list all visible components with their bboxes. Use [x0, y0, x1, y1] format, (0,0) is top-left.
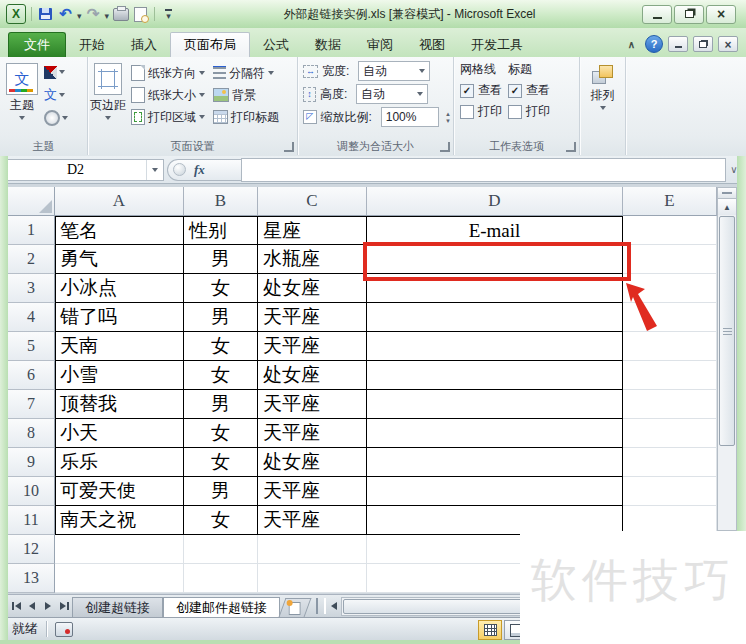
minimize-button[interactable] [642, 5, 672, 24]
cell-e10[interactable] [623, 477, 717, 506]
cell-b12[interactable] [184, 535, 258, 564]
tab-page-layout[interactable]: 页面布局 [170, 32, 250, 57]
scale-spinner[interactable] [445, 111, 451, 124]
cell-c10[interactable]: 天平座 [258, 477, 367, 506]
cell-e8[interactable] [623, 419, 717, 448]
themes-button[interactable]: 主题 [6, 60, 38, 139]
tab-split-handle[interactable] [316, 598, 326, 614]
cell-c8[interactable]: 天平座 [258, 419, 367, 448]
cell-c12[interactable] [258, 535, 367, 564]
cell-d9[interactable] [367, 448, 623, 477]
print-button[interactable] [112, 6, 129, 23]
collapse-ribbon-icon[interactable] [623, 37, 640, 52]
cell-a3[interactable]: 小冰点 [55, 274, 184, 303]
row-header[interactable]: 3 [8, 274, 55, 303]
formula-input[interactable] [241, 158, 726, 182]
width-dropdown[interactable]: 自动 [358, 61, 430, 81]
name-box[interactable]: D2 [4, 159, 164, 181]
tab-data[interactable]: 数据 [302, 33, 354, 57]
breaks-button[interactable]: 分隔符 [210, 62, 282, 84]
column-header-b[interactable]: B [184, 187, 258, 216]
row-header[interactable]: 12 [8, 535, 55, 564]
scrollbar-split-handle[interactable] [718, 188, 736, 199]
name-box-dropdown-icon[interactable] [146, 160, 163, 180]
qat-customize-icon[interactable] [160, 6, 177, 23]
select-all-corner[interactable] [8, 187, 55, 216]
cell-c13[interactable] [258, 564, 367, 593]
scrollbar-thumb[interactable] [719, 216, 735, 446]
row-header[interactable]: 4 [8, 303, 55, 332]
workbook-restore-button[interactable] [693, 36, 713, 52]
theme-effects-button[interactable] [42, 108, 70, 128]
cell-b5[interactable]: 女 [184, 332, 258, 361]
cell-e1[interactable] [623, 216, 717, 245]
cell-c11[interactable]: 天平座 [258, 506, 367, 535]
cell-a6[interactable]: 小雪 [55, 361, 184, 390]
column-header-a[interactable]: A [55, 187, 184, 216]
cell-e6[interactable] [623, 361, 717, 390]
row-header[interactable]: 9 [8, 448, 55, 477]
tab-review[interactable]: 审阅 [354, 33, 406, 57]
cell-b10[interactable]: 男 [184, 477, 258, 506]
workbook-close-button[interactable] [718, 36, 738, 52]
sheet-tab-create-mail-hyperlink[interactable]: 创建邮件超链接 [163, 597, 280, 618]
theme-colors-button[interactable] [42, 62, 70, 82]
cell-d7[interactable] [367, 390, 623, 419]
cell-c4[interactable]: 天平座 [258, 303, 367, 332]
column-header-d[interactable]: D [367, 187, 623, 216]
cell-d6[interactable] [367, 361, 623, 390]
cell-b9[interactable]: 女 [184, 448, 258, 477]
cell-a8[interactable]: 小天 [55, 419, 184, 448]
cell-a7[interactable]: 顶替我 [55, 390, 184, 419]
background-button[interactable]: 背景 [210, 84, 282, 106]
cell-e9[interactable] [623, 448, 717, 477]
sheet-nav-next-icon[interactable] [40, 598, 56, 614]
undo-dropdown-icon[interactable] [77, 5, 82, 23]
tab-formulas[interactable]: 公式 [250, 33, 302, 57]
tab-developer[interactable]: 开发工具 [458, 33, 536, 57]
scrollbar-up-icon[interactable] [718, 199, 736, 215]
vertical-scrollbar[interactable] [717, 187, 737, 531]
cell-b13[interactable] [184, 564, 258, 593]
cell-d5[interactable] [367, 332, 623, 361]
column-header-e[interactable]: E [623, 187, 717, 216]
cell-c9[interactable]: 处女座 [258, 448, 367, 477]
row-header[interactable]: 6 [8, 361, 55, 390]
save-button[interactable] [37, 6, 54, 23]
cell-a9[interactable]: 乐乐 [55, 448, 184, 477]
print-preview-button[interactable] [132, 6, 149, 23]
tab-file[interactable]: 文件 [8, 32, 66, 57]
page-setup-dialog-launcher-icon[interactable] [284, 142, 294, 152]
normal-view-button[interactable] [478, 620, 502, 640]
cell-a5[interactable]: 天南 [55, 332, 184, 361]
cell-a2[interactable]: 勇气 [55, 245, 184, 274]
cell-c6[interactable]: 处女座 [258, 361, 367, 390]
row-header[interactable]: 11 [8, 506, 55, 535]
row-header[interactable]: 1 [8, 216, 55, 245]
cell-c1[interactable]: 星座 [258, 216, 367, 245]
cell-d4[interactable] [367, 303, 623, 332]
cell-b3[interactable]: 女 [184, 274, 258, 303]
cell-b2[interactable]: 男 [184, 245, 258, 274]
restore-button[interactable] [674, 5, 704, 24]
margins-button[interactable]: 页边距 [90, 60, 126, 139]
height-dropdown[interactable]: 自动 [356, 84, 428, 104]
print-area-button[interactable]: 打印区域 [128, 106, 208, 128]
print-titles-button[interactable]: 打印标题 [210, 106, 282, 128]
row-header[interactable]: 10 [8, 477, 55, 506]
cell-b7[interactable]: 男 [184, 390, 258, 419]
cell-d1[interactable]: E-mail [367, 216, 623, 245]
tab-insert[interactable]: 插入 [118, 33, 170, 57]
paper-size-button[interactable]: 纸张大小 [128, 84, 208, 106]
tab-home[interactable]: 开始 [66, 33, 118, 57]
scale-to-fit-dialog-launcher-icon[interactable] [440, 142, 450, 152]
excel-logo-icon[interactable] [6, 4, 26, 24]
cell-b1[interactable]: 性别 [184, 216, 258, 245]
cell-a12[interactable] [55, 535, 184, 564]
orientation-button[interactable]: 纸张方向 [128, 62, 208, 84]
cell-b6[interactable]: 女 [184, 361, 258, 390]
cell-a13[interactable] [55, 564, 184, 593]
row-header[interactable]: 13 [8, 564, 55, 593]
headings-print-checkbox[interactable]: 打印 [508, 103, 550, 120]
row-header[interactable]: 7 [8, 390, 55, 419]
